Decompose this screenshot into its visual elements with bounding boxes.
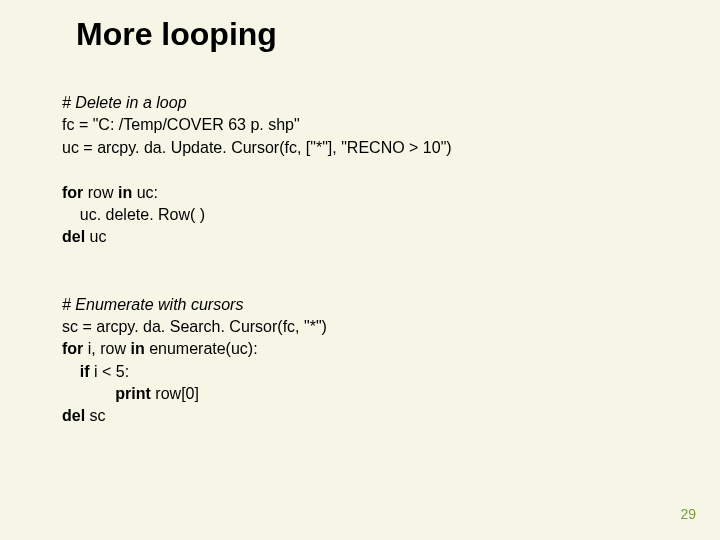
code-line: uc = arcpy. da. Update. Cursor(fc, ["*"]… xyxy=(62,137,452,159)
code-line xyxy=(62,159,452,181)
code-line: del sc xyxy=(62,405,452,427)
code-line: del uc xyxy=(62,226,452,248)
page-number: 29 xyxy=(680,506,696,522)
code-line xyxy=(62,271,452,293)
code-line: for row in uc: xyxy=(62,182,452,204)
code-line: for i, row in enumerate(uc): xyxy=(62,338,452,360)
slide-title: More looping xyxy=(76,16,277,53)
code-line: if i < 5: xyxy=(62,361,452,383)
code-line: # Delete in a loop xyxy=(62,92,452,114)
code-line xyxy=(62,249,452,271)
code-line: print row[0] xyxy=(62,383,452,405)
code-line: uc. delete. Row( ) xyxy=(62,204,452,226)
code-block: # Delete in a loopfc = "C: /Temp/COVER 6… xyxy=(62,92,452,428)
code-line: fc = "C: /Temp/COVER 63 p. shp" xyxy=(62,114,452,136)
code-line: # Enumerate with cursors xyxy=(62,294,452,316)
code-line: sc = arcpy. da. Search. Cursor(fc, "*") xyxy=(62,316,452,338)
